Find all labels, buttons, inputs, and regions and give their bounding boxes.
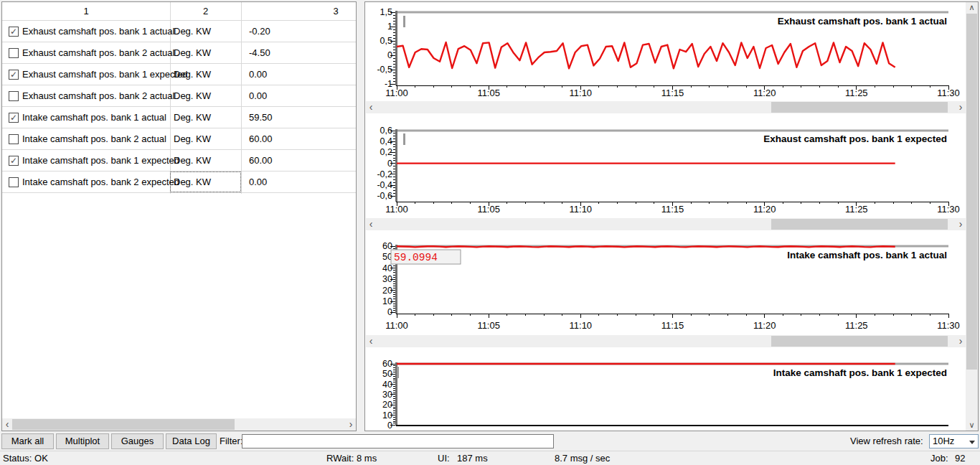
plot1-horizontal-scrollbar[interactable]: ‹ › — [366, 101, 966, 113]
parameter-unit: Deg. KW — [174, 21, 211, 42]
column-header-3[interactable]: 3 — [329, 2, 343, 21]
table-row[interactable]: ✓Exhaust camshaft pos. bank 1 expectedDe… — [2, 64, 356, 85]
svg-text:1,5: 1,5 — [380, 7, 392, 17]
plot-title: Intake camshaft pos. bank 1 actual — [787, 250, 947, 260]
svg-text:50: 50 — [382, 369, 392, 379]
table-row[interactable]: ✓Intake camshaft pos. bank 1 actualDeg. … — [2, 107, 356, 128]
parameter-name: Exhaust camshaft pos. bank 1 expected — [22, 64, 188, 85]
scroll-left-icon[interactable]: ‹ — [366, 218, 376, 230]
svg-text:11:15: 11:15 — [661, 88, 684, 98]
filter-input[interactable] — [242, 434, 554, 448]
refresh-rate-value: 10Hz — [933, 436, 954, 446]
parameter-unit: Deg. KW — [174, 42, 211, 64]
column-header-2[interactable]: 2 — [170, 2, 241, 21]
measuring-values-window: 1 2 3 ✓Exhaust camshaft pos. bank 1 actu… — [0, 0, 980, 465]
svg-text:11:15: 11:15 — [661, 204, 684, 215]
plot-title: Exhaust camshaft pos. bank 1 actual — [778, 16, 947, 27]
plots-vertical-scrollbar[interactable]: ∧ ∨ — [966, 2, 978, 431]
scroll-down-icon[interactable]: ∨ — [966, 420, 978, 431]
mark-all-button[interactable]: Mark all — [1, 433, 54, 449]
svg-text:0,6: 0,6 — [380, 126, 392, 136]
chart-exhaust-bank1-actual[interactable]: 1,510,50-0,5-111:0011:0511:1011:1511:201… — [377, 7, 959, 98]
svg-text:0: 0 — [387, 421, 392, 431]
svg-text:30: 30 — [382, 274, 392, 284]
checkbox-checked[interactable]: ✓ — [9, 70, 19, 80]
cursor-value-label: 59.0994 — [394, 252, 438, 263]
parameter-value: -4.50 — [249, 42, 270, 64]
filter-label: Filter: — [220, 432, 243, 451]
svg-text:11:25: 11:25 — [845, 320, 868, 331]
plot-title: Exhaust camshaft pos. bank 1 expected — [763, 133, 947, 144]
data-log-button[interactable]: Data Log — [166, 433, 217, 449]
table-row[interactable]: ✓Intake camshaft pos. bank 1 expectedDeg… — [2, 150, 356, 172]
table-row[interactable]: Intake camshaft pos. bank 2 expectedDeg.… — [2, 172, 356, 193]
column-header-1[interactable]: 1 — [2, 2, 170, 21]
parameter-unit: Deg. KW — [174, 64, 211, 85]
table-header-row: 1 2 3 — [2, 2, 356, 21]
checkbox-unchecked[interactable] — [9, 48, 19, 58]
svg-text:1: 1 — [387, 22, 392, 32]
scroll-up-icon[interactable]: ∧ — [966, 2, 978, 13]
scroll-right-icon[interactable]: › — [956, 101, 966, 113]
scroll-left-icon[interactable]: ‹ — [366, 335, 376, 347]
svg-text:11:30: 11:30 — [937, 88, 960, 98]
chart-intake-bank1-expected[interactable]: 6050403020100Intake camshaft pos. bank 1… — [382, 359, 948, 431]
table-horizontal-scrollbar[interactable]: ‹ › — [2, 418, 356, 431]
svg-text:0: 0 — [387, 50, 392, 60]
parameter-unit: Deg. KW — [174, 107, 211, 128]
svg-text:11:30: 11:30 — [937, 320, 960, 331]
plots-canvas[interactable]: 1,510,50-0,5-111:0011:0511:1011:1511:201… — [365, 2, 966, 431]
parameter-value: -0.20 — [249, 21, 270, 42]
rwait-label: RWait: — [326, 451, 354, 465]
svg-text:11:10: 11:10 — [570, 204, 593, 215]
parameter-value: 0.00 — [249, 85, 267, 107]
scrollbar-thumb[interactable] — [771, 102, 948, 113]
scrollbar-thumb[interactable] — [771, 336, 948, 347]
parameter-name: Intake camshaft pos. bank 1 expected — [22, 150, 179, 172]
table-row[interactable]: Intake camshaft pos. bank 2 actualDeg. K… — [2, 128, 356, 150]
chart-exhaust-bank1-expected[interactable]: 0,60,40,20-0,2-0,4-0,611:0011:0511:1011:… — [377, 126, 959, 215]
gauges-button[interactable]: Gauges — [111, 433, 164, 449]
scroll-left-icon[interactable]: ‹ — [366, 101, 376, 113]
scrollbar-thumb[interactable] — [771, 219, 948, 230]
svg-text:11:05: 11:05 — [477, 320, 500, 331]
parameter-value: 0.00 — [249, 172, 267, 193]
msg-rate: 8.7 msg / sec — [555, 451, 610, 465]
checkbox-checked[interactable]: ✓ — [9, 27, 19, 37]
svg-text:11:05: 11:05 — [477, 88, 500, 98]
scrollbar-thumb[interactable] — [12, 419, 235, 430]
checkbox-checked[interactable]: ✓ — [9, 156, 19, 166]
svg-text:0,2: 0,2 — [380, 147, 392, 157]
plot2-horizontal-scrollbar[interactable]: ‹ › — [366, 218, 966, 230]
svg-text:11:05: 11:05 — [477, 204, 500, 215]
scroll-right-icon[interactable]: › — [346, 418, 356, 431]
checkbox-unchecked[interactable] — [9, 134, 19, 144]
checkbox-unchecked[interactable] — [9, 91, 19, 101]
job-value: 92 ms — [955, 451, 980, 465]
chart-intake-bank1-actual[interactable]: 605040302010011:0011:0511:1011:1511:2011… — [382, 241, 960, 331]
svg-text:-0,2: -0,2 — [377, 169, 392, 179]
parameter-table-panel: 1 2 3 ✓Exhaust camshaft pos. bank 1 actu… — [1, 1, 357, 431]
svg-text:-0,5: -0,5 — [377, 65, 392, 75]
svg-text:11:25: 11:25 — [845, 88, 868, 98]
parameter-value: 60.00 — [249, 150, 273, 172]
scroll-left-icon[interactable]: ‹ — [2, 418, 12, 431]
parameter-name: Exhaust camshaft pos. bank 2 actual — [22, 85, 174, 107]
plot-title: Intake camshaft pos. bank 1 expected — [773, 367, 947, 378]
checkbox-unchecked[interactable] — [9, 177, 19, 187]
scrollbar-thumb[interactable] — [966, 14, 977, 370]
refresh-rate-select[interactable]: 10Hz — [929, 434, 979, 448]
parameter-name: Exhaust camshaft pos. bank 2 actual — [22, 42, 174, 64]
scroll-right-icon[interactable]: › — [956, 218, 966, 230]
svg-text:11:00: 11:00 — [385, 204, 408, 215]
table-row[interactable]: Exhaust camshaft pos. bank 2 actualDeg. … — [2, 85, 356, 107]
svg-text:11:15: 11:15 — [661, 320, 684, 331]
checkbox-checked[interactable]: ✓ — [9, 113, 19, 123]
svg-text:40: 40 — [382, 380, 392, 390]
table-row[interactable]: ✓Exhaust camshaft pos. bank 1 actualDeg.… — [2, 21, 356, 42]
table-row[interactable]: Exhaust camshaft pos. bank 2 actualDeg. … — [2, 42, 356, 64]
scroll-right-icon[interactable]: › — [956, 335, 966, 347]
plot3-horizontal-scrollbar[interactable]: ‹ › — [366, 335, 966, 347]
parameter-unit: Deg. KW — [174, 150, 211, 172]
multiplot-button[interactable]: Multiplot — [56, 433, 109, 449]
